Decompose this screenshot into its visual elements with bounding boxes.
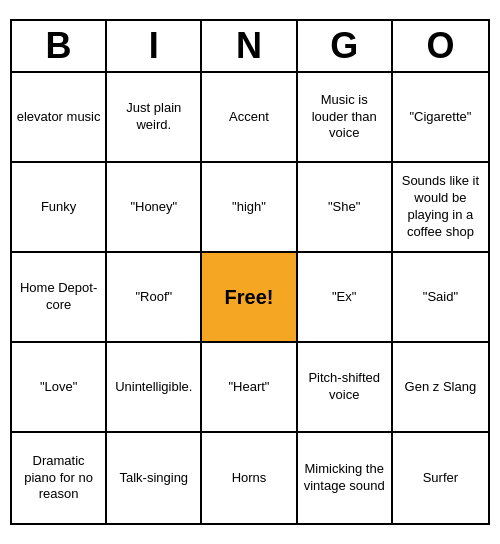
bingo-cell-r5c5: Surfer xyxy=(393,433,488,523)
bingo-letter-G: G xyxy=(298,21,393,71)
bingo-cell-r2c1: Funky xyxy=(12,163,107,253)
bingo-cell-r3c3: Free! xyxy=(202,253,297,343)
bingo-letter-I: I xyxy=(107,21,202,71)
bingo-cell-r1c1: elevator music xyxy=(12,73,107,163)
bingo-cell-r5c2: Talk-singing xyxy=(107,433,202,523)
bingo-letter-B: B xyxy=(12,21,107,71)
bingo-letter-N: N xyxy=(202,21,297,71)
bingo-cell-r2c5: Sounds like it would be playing in a cof… xyxy=(393,163,488,253)
bingo-cell-r5c1: Dramatic piano for no reason xyxy=(12,433,107,523)
bingo-cell-r4c2: Unintelligible. xyxy=(107,343,202,433)
bingo-cell-r1c2: Just plain weird. xyxy=(107,73,202,163)
bingo-cell-r1c5: "Cigarette" xyxy=(393,73,488,163)
bingo-cell-r5c4: Mimicking the vintage sound xyxy=(298,433,393,523)
bingo-cell-r3c4: "Ex" xyxy=(298,253,393,343)
bingo-cell-r3c1: Home Depot-core xyxy=(12,253,107,343)
bingo-cell-r3c2: "Roof" xyxy=(107,253,202,343)
bingo-cell-r4c1: "Love" xyxy=(12,343,107,433)
bingo-cell-r2c2: "Honey" xyxy=(107,163,202,253)
bingo-cell-r1c4: Music is louder than voice xyxy=(298,73,393,163)
bingo-cell-r3c5: "Said" xyxy=(393,253,488,343)
bingo-cell-r5c3: Horns xyxy=(202,433,297,523)
bingo-letter-O: O xyxy=(393,21,488,71)
bingo-cell-r4c5: Gen z Slang xyxy=(393,343,488,433)
bingo-cell-r2c4: "She" xyxy=(298,163,393,253)
bingo-cell-r2c3: "high" xyxy=(202,163,297,253)
bingo-cell-r1c3: Accent xyxy=(202,73,297,163)
bingo-header: BINGO xyxy=(12,21,488,73)
bingo-cell-r4c3: "Heart" xyxy=(202,343,297,433)
bingo-grid: elevator musicJust plain weird.AccentMus… xyxy=(12,73,488,523)
bingo-card: BINGO elevator musicJust plain weird.Acc… xyxy=(10,19,490,525)
bingo-cell-r4c4: Pitch-shifted voice xyxy=(298,343,393,433)
